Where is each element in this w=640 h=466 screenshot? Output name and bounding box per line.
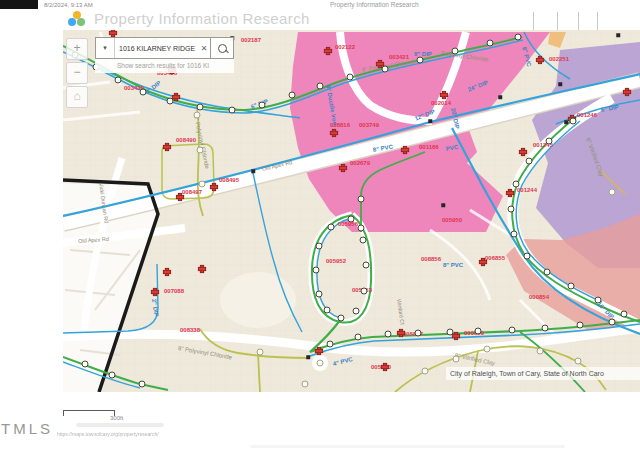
map-label-id: 002679 (350, 160, 370, 166)
hydrant-icon (340, 165, 347, 172)
manhole-icon (511, 231, 518, 238)
map-label-id: 007088 (164, 288, 184, 294)
scale-bar: 300ft (63, 410, 115, 416)
manhole-icon (355, 334, 362, 341)
map-label-id: 008495 (219, 177, 239, 183)
page-title: Property Information Research (94, 10, 310, 27)
faint-print-text (76, 423, 164, 427)
map-canvas[interactable]: 0021220034218" DIP0021870022510020140088… (63, 30, 640, 392)
zoom-out-button[interactable]: − (66, 62, 88, 84)
manhole-icon (259, 102, 266, 109)
map-label-pipe: 8" PVC (521, 46, 532, 67)
map-label-id: 008338 (180, 327, 200, 333)
manhole-icon (358, 196, 365, 203)
hydrant-icon (110, 30, 117, 37)
manhole-icon (229, 107, 236, 114)
manhole-icon (452, 48, 459, 55)
printed-page: 8/2/2024, 9:13 AM Property Information R… (0, 0, 640, 466)
manhole-icon (139, 381, 146, 388)
manhole-icon (327, 341, 334, 348)
hydrant-icon (164, 144, 171, 151)
manhole-icon (542, 325, 549, 332)
map-label-id: 001166 (419, 144, 439, 150)
clear-search-icon[interactable]: ✕ (198, 44, 210, 53)
map-label-pipe: 8" Ductile Iron (325, 84, 338, 125)
map-label-id: 002251 (549, 56, 569, 62)
manhole-icon (524, 253, 531, 260)
manhole-icon (415, 330, 422, 337)
search-input[interactable] (115, 38, 198, 58)
map-label-pipe: 2" DIP (151, 299, 159, 318)
manhole-icon (484, 346, 491, 353)
map-attribution: City of Raleigh, Town of Cary, State of … (446, 367, 640, 380)
hydrant-icon (480, 259, 487, 266)
manhole-icon (361, 288, 368, 295)
hydrant-icon (624, 89, 631, 96)
scale-bar-line (63, 410, 115, 416)
search-results-hint[interactable]: Show search results for 1016 KI (95, 59, 234, 73)
manhole-icon (82, 361, 89, 368)
manhole-icon (453, 356, 460, 363)
hydrant-icon (177, 194, 184, 201)
manhole-icon (257, 349, 264, 356)
map-label-layer: 0021220034218" DIP0021870022510020140088… (63, 30, 640, 392)
map-label-id: 001246 (577, 112, 597, 118)
search-button[interactable] (210, 38, 233, 58)
scan-artifact-bar (0, 0, 38, 9)
valve-icon (428, 119, 432, 123)
map-label-id: 003749 (359, 122, 379, 128)
map-label-sew: 8" Polyvinyl Chloride (362, 58, 417, 73)
manhole-icon (577, 322, 584, 329)
manhole-icon (317, 360, 324, 367)
manhole-icon (316, 291, 323, 298)
home-button[interactable]: ⌂ (66, 86, 88, 108)
hydrant-icon (537, 57, 544, 64)
map-label-id: 001244 (517, 187, 537, 193)
print-timestamp: 8/2/2024, 9:13 AM (44, 2, 93, 8)
manhole-icon (509, 327, 516, 334)
hydrant-icon (453, 333, 460, 340)
manhole-icon (546, 138, 553, 145)
map-label-pipe: 4" DIP (144, 80, 162, 96)
map-label-id: 008856 (421, 256, 441, 262)
valve-icon (498, 95, 502, 99)
manhole-icon (621, 311, 628, 318)
manhole-icon (313, 267, 320, 274)
manhole-icon (417, 57, 424, 64)
map-label-sew: 8" Polyvinyl Chloride (177, 345, 232, 360)
manhole-icon (347, 74, 354, 81)
valve-icon (564, 120, 568, 124)
manhole-icon (422, 368, 429, 375)
map-label-st: Vicki Duncan Rd (98, 183, 110, 224)
hydrant-icon (325, 48, 332, 55)
map-label-pipe: 20" DIP (450, 107, 460, 129)
scale-bar-label: 300ft (110, 415, 123, 421)
manhole-icon (109, 372, 116, 379)
manhole-icon (140, 89, 147, 96)
manhole-icon (199, 181, 206, 188)
hydrant-icon (331, 130, 338, 137)
manhole-icon (167, 98, 174, 105)
map-label-id: 005956 (338, 221, 358, 227)
manhole-icon (382, 66, 389, 73)
manhole-icon (537, 348, 544, 355)
search-dropdown-button[interactable]: ▾ (96, 38, 115, 58)
manhole-icon (609, 319, 616, 326)
manhole-icon (363, 262, 370, 269)
manhole-icon (595, 297, 602, 304)
map-label-pipe: 8" DIP (414, 51, 432, 57)
map-label-id: 002122 (335, 44, 355, 50)
valve-icon (558, 82, 562, 86)
print-header-title: Property Information Research (330, 1, 419, 8)
manhole-icon (575, 358, 582, 365)
map-label-pipe: 12" DIP (414, 108, 436, 122)
hydrant-icon (507, 190, 514, 197)
map-label-pipe: 24" DIP (467, 79, 489, 93)
map-label-id: 000854 (529, 294, 549, 300)
hydrant-icon (199, 266, 206, 273)
map-label-id: 008490 (176, 137, 196, 143)
manhole-icon (360, 237, 367, 244)
zoom-in-button[interactable]: + (66, 38, 88, 60)
manhole-icon (515, 34, 522, 41)
hydrant-icon (382, 364, 389, 371)
